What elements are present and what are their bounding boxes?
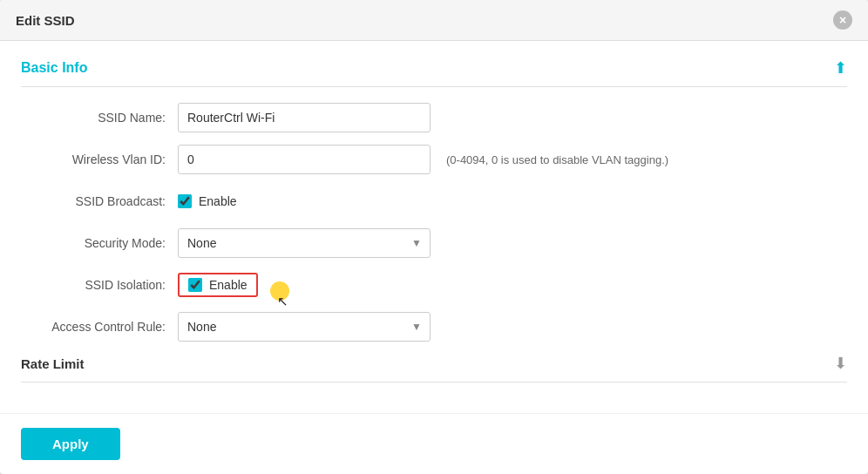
ssid-name-label: SSID Name:: [21, 111, 178, 125]
ssid-broadcast-label: SSID Broadcast:: [21, 194, 178, 208]
close-button[interactable]: ×: [833, 10, 852, 30]
security-mode-control: None WPA2-Personal WPA3-Personal WPA2/WP…: [178, 228, 431, 258]
access-control-control: None Allow List Deny List ▼: [178, 312, 431, 342]
dialog-body: Basic Info ⬆ SSID Name: Wireless Vlan ID…: [0, 41, 868, 413]
ssid-name-row: SSID Name:: [21, 103, 847, 132]
security-mode-select[interactable]: None WPA2-Personal WPA3-Personal WPA2/WP…: [178, 228, 431, 258]
ssid-broadcast-checkbox[interactable]: [178, 194, 192, 208]
apply-button[interactable]: Apply: [21, 428, 120, 460]
basic-info-title: Basic Info: [21, 60, 87, 76]
ssid-isolation-box: Enable: [178, 273, 258, 297]
cursor-arrow-icon: ↖: [277, 294, 288, 309]
ssid-isolation-checkbox[interactable]: [188, 278, 202, 292]
expand-icon[interactable]: ⬇: [834, 354, 847, 373]
edit-ssid-dialog: Edit SSID × Basic Info ⬆ SSID Name: Wire…: [0, 0, 868, 474]
security-mode-select-wrapper: None WPA2-Personal WPA3-Personal WPA2/WP…: [178, 228, 431, 258]
access-control-label: Access Control Rule:: [21, 320, 178, 334]
security-mode-row: Security Mode: None WPA2-Personal WPA3-P…: [21, 228, 847, 258]
ssid-isolation-label: SSID Isolation:: [21, 278, 178, 292]
vlan-id-control: [178, 145, 431, 174]
dialog-title: Edit SSID: [16, 13, 75, 28]
collapse-icon[interactable]: ⬆: [834, 58, 847, 78]
access-control-row: Access Control Rule: None Allow List Den…: [21, 312, 847, 342]
security-mode-label: Security Mode:: [21, 236, 178, 250]
ssid-name-control: [178, 103, 431, 132]
ssid-broadcast-row: SSID Broadcast: Enable: [21, 186, 847, 216]
ssid-broadcast-control: Enable: [178, 194, 237, 208]
vlan-id-label: Wireless Vlan ID:: [21, 152, 178, 166]
dialog-footer: Apply: [0, 413, 868, 474]
basic-info-section-header: Basic Info ⬆: [21, 58, 847, 87]
vlan-id-input[interactable]: [178, 145, 431, 174]
ssid-isolation-wrapper: Enable ↖: [178, 273, 258, 297]
access-control-select-wrapper: None Allow List Deny List ▼: [178, 312, 431, 342]
vlan-id-row: Wireless Vlan ID: (0-4094, 0 is used to …: [21, 145, 847, 174]
ssid-name-input[interactable]: [178, 103, 431, 132]
ssid-isolation-row: SSID Isolation: Enable ↖: [21, 270, 847, 300]
access-control-select[interactable]: None Allow List Deny List: [178, 312, 431, 342]
ssid-isolation-text: Enable: [209, 278, 248, 292]
dialog-header: Edit SSID ×: [0, 0, 868, 41]
rate-limit-section-header: Rate Limit ⬇: [21, 354, 847, 383]
vlan-id-hint: (0-4094, 0 is used to disable VLAN taggi…: [446, 153, 668, 166]
rate-limit-title: Rate Limit: [21, 356, 85, 371]
ssid-broadcast-text: Enable: [199, 194, 237, 208]
